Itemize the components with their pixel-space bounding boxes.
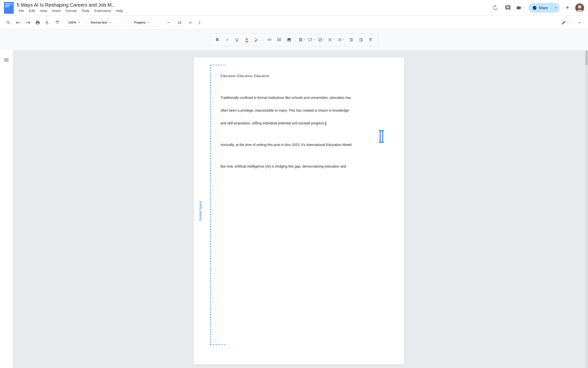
separator-3 <box>129 20 129 26</box>
history-icon[interactable] <box>490 3 500 13</box>
paragraph-3: Ironically, at the time of writing this … <box>220 141 385 148</box>
indent-decrease-btn[interactable] <box>347 35 355 44</box>
menu-tools[interactable]: Tools <box>79 8 91 13</box>
scrollbar[interactable] <box>585 50 588 368</box>
line-spacing-btn[interactable] <box>307 35 316 44</box>
font-size-ctrl: 12 <box>164 18 204 27</box>
main-container: Double Space Education. Education. Educa… <box>0 50 588 368</box>
align-btn[interactable] <box>298 35 306 44</box>
svg-rect-3 <box>5 6 9 7</box>
text-color-btn[interactable]: A <box>242 35 251 44</box>
search-btn[interactable] <box>4 18 13 27</box>
spacer-3 <box>220 114 385 120</box>
add-comment-btn[interactable] <box>275 35 284 44</box>
menu-edit[interactable]: Edit <box>27 8 37 13</box>
indent-increase-btn[interactable] <box>356 35 365 44</box>
share-button[interactable]: Share <box>528 3 552 13</box>
menu-bar: File Edit View Insert Format Tools Exten… <box>17 8 487 13</box>
paragraph-2c: and skill acquisition, stifling individu… <box>220 120 385 127</box>
document-area: Double Space Education. Education. Educa… <box>13 50 585 368</box>
more-options-btn[interactable] <box>195 18 204 27</box>
link-btn[interactable] <box>265 35 274 44</box>
bold-btn[interactable]: B <box>213 35 222 44</box>
svg-rect-1 <box>5 3 10 4</box>
title-bar-right: Share ✦ <box>490 3 584 13</box>
clear-formatting-btn[interactable] <box>366 35 375 44</box>
scrollbar-thumb[interactable] <box>586 51 588 65</box>
spacer-2 <box>220 101 385 107</box>
spacer-5 <box>220 148 385 163</box>
doc-icon <box>4 2 14 14</box>
sidebar-toggle-btn[interactable] <box>1 55 11 65</box>
paragraph-2a-text: Traditionally confined to formal institu… <box>220 96 351 100</box>
video-call-icon[interactable] <box>516 3 526 13</box>
image-btn[interactable] <box>285 35 294 44</box>
paragraph-3-text: Ironically, at the time of writing this … <box>220 143 352 147</box>
font-size-box[interactable]: 12 <box>174 18 185 27</box>
spellcheck-btn[interactable] <box>43 18 52 27</box>
paragraph-4-text: But now, artificial intelligence (AI) is… <box>220 164 346 168</box>
comment-icon[interactable] <box>503 3 513 13</box>
avatar[interactable] <box>575 3 584 12</box>
separator-5 <box>573 20 573 26</box>
collapse-toolbar-btn[interactable] <box>575 18 584 27</box>
font-size-increase-btn[interactable] <box>186 18 195 27</box>
bullet-list-btn[interactable] <box>327 35 336 44</box>
doc-title[interactable]: 5 Ways AI Is Reshaping Careers and Job M… <box>17 2 139 8</box>
menu-help[interactable]: Help <box>114 8 125 13</box>
edit-mode-btn[interactable] <box>560 18 571 27</box>
selection-box-bottom <box>210 344 225 345</box>
separator-4 <box>162 20 162 26</box>
selection-box-left <box>210 65 211 345</box>
title-bar: 5 Ways AI Is Reshaping Careers and Job M… <box>0 0 588 16</box>
italic-btn[interactable]: I <box>223 35 232 44</box>
document-content: Education. Education. Education. Traditi… <box>220 72 385 170</box>
paragraph-1-text: Education. Education. Education. <box>220 74 270 78</box>
paragraph-2b-text: often been a privilege, inaccessible to … <box>220 108 349 112</box>
separator-1 <box>64 20 64 26</box>
paragraph-1: Education. Education. Education. <box>220 72 385 79</box>
title-area: 5 Ways AI Is Reshaping Careers and Job M… <box>17 2 487 13</box>
share-dropdown-arrow[interactable] <box>552 3 560 13</box>
underline-btn[interactable]: U <box>233 35 241 44</box>
format-toolbar: B I U A <box>210 33 378 46</box>
menu-insert[interactable]: Insert <box>50 8 63 13</box>
font-size-value: 12 <box>178 21 181 24</box>
undo-btn[interactable] <box>14 18 23 27</box>
numbered-list-btn[interactable] <box>337 35 346 44</box>
font-value: Poppins <box>134 21 146 24</box>
sidebar-toggle <box>0 50 13 368</box>
paragraph-4: But now, artificial intelligence (AI) is… <box>220 163 385 170</box>
font-size-decrease-btn[interactable] <box>164 18 173 27</box>
paragraph-2c-text: and skill acquisition, stifling individu… <box>220 121 325 125</box>
zoom-selector[interactable]: 100% <box>66 18 83 27</box>
share-group: Share <box>528 3 560 13</box>
spacer-1 <box>220 79 385 94</box>
style-selector[interactable]: Normal text <box>87 18 127 27</box>
fmt-sep-2 <box>295 37 296 43</box>
share-label: Share <box>539 6 548 10</box>
paragraph-2b: often been a privilege, inaccessible to … <box>220 107 385 114</box>
menu-view[interactable]: View <box>38 8 49 13</box>
svg-rect-2 <box>5 5 10 6</box>
spacer-4 <box>220 127 385 141</box>
style-value: Normal text <box>91 21 107 24</box>
document-page[interactable]: Double Space Education. Education. Educa… <box>194 57 404 365</box>
format-toolbar-wrapper: B I U A <box>0 29 588 50</box>
menu-file[interactable]: File <box>17 8 26 13</box>
highlight-btn[interactable] <box>252 35 261 44</box>
svg-point-5 <box>578 5 581 9</box>
menu-extensions[interactable]: Extensions <box>92 8 113 13</box>
zoom-value: 100% <box>68 21 76 24</box>
menu-format[interactable]: Format <box>64 8 78 13</box>
paint-format-btn[interactable] <box>53 18 62 27</box>
checklist-btn[interactable] <box>317 35 326 44</box>
font-selector[interactable]: Poppins <box>131 18 160 27</box>
fmt-sep-1 <box>263 37 263 43</box>
main-toolbar: 100% Normal text Poppins 12 <box>0 16 588 29</box>
gemini-icon[interactable]: ✦ <box>563 3 572 13</box>
paragraph-2a: Traditionally confined to formal institu… <box>220 94 385 101</box>
text-cursor <box>326 121 326 125</box>
redo-btn[interactable] <box>24 18 32 27</box>
print-btn[interactable] <box>33 18 42 27</box>
